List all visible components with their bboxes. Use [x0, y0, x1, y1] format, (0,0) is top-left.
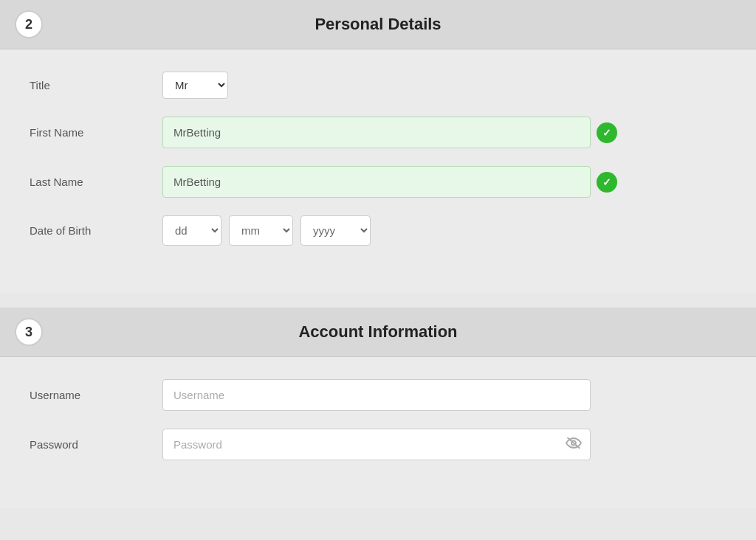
- dob-label: Date of Birth: [30, 224, 162, 237]
- username-wrap: [162, 379, 591, 411]
- dob-month-select[interactable]: mm: [229, 215, 293, 246]
- personal-details-section: 2 Personal Details Title Mr Mrs Ms Dr Fi…: [0, 0, 756, 293]
- username-label: Username: [30, 389, 162, 401]
- dob-year-select[interactable]: yyyy: [300, 215, 371, 246]
- title-select[interactable]: Mr Mrs Ms Dr: [162, 72, 228, 99]
- lastname-input[interactable]: [162, 166, 591, 198]
- dob-day-select[interactable]: dd: [162, 215, 221, 246]
- step-2-badge: 2: [15, 10, 43, 38]
- lastname-label: Last Name: [30, 176, 162, 188]
- password-input[interactable]: [162, 429, 591, 460]
- username-row: Username: [30, 379, 726, 411]
- lastname-row: Last Name ✓: [30, 166, 726, 198]
- personal-details-title: Personal Details: [55, 15, 701, 34]
- lastname-wrap: ✓: [162, 166, 591, 198]
- account-info-title: Account Information: [55, 322, 701, 342]
- firstname-wrap: ✓: [162, 117, 591, 148]
- password-wrap: [162, 429, 591, 460]
- password-label: Password: [30, 438, 162, 451]
- title-label: Title: [30, 79, 162, 91]
- account-info-section: 3 Account Information Username Password: [0, 308, 756, 508]
- personal-details-body: Title Mr Mrs Ms Dr First Name ✓ Last Nam…: [0, 49, 756, 293]
- personal-details-header: 2 Personal Details: [0, 0, 756, 49]
- step-3-badge: 3: [15, 318, 43, 346]
- dob-row: Date of Birth dd mm yyyy: [30, 215, 726, 246]
- account-info-body: Username Password: [0, 357, 756, 508]
- dob-wrap: dd mm yyyy: [162, 215, 371, 246]
- section-divider: [0, 293, 756, 308]
- account-info-header: 3 Account Information: [0, 308, 756, 357]
- password-toggle-icon[interactable]: [566, 437, 582, 452]
- firstname-label: First Name: [30, 126, 162, 139]
- username-input[interactable]: [162, 379, 591, 411]
- firstname-row: First Name ✓: [30, 117, 726, 148]
- firstname-valid-icon: ✓: [597, 122, 617, 143]
- title-row: Title Mr Mrs Ms Dr: [30, 72, 726, 99]
- password-row: Password: [30, 429, 726, 460]
- lastname-valid-icon: ✓: [597, 172, 617, 193]
- firstname-input[interactable]: [162, 117, 591, 148]
